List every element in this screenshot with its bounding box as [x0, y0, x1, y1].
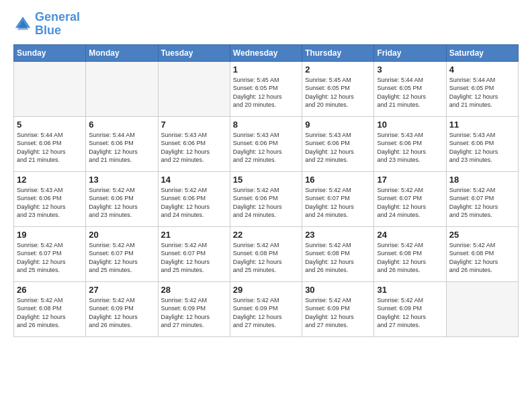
day-number: 11 — [449, 120, 515, 130]
logo-icon — [13, 15, 32, 34]
day-number: 29 — [233, 285, 299, 295]
calendar-cell: 30Sunrise: 5:42 AM Sunset: 6:09 PM Dayli… — [302, 281, 374, 336]
weekday-header-tuesday: Tuesday — [158, 44, 230, 61]
calendar-cell — [446, 281, 518, 336]
calendar-cell: 31Sunrise: 5:42 AM Sunset: 6:09 PM Dayli… — [374, 281, 446, 336]
day-number: 27 — [89, 285, 154, 295]
day-number: 4 — [449, 64, 515, 75]
day-info: Sunrise: 5:43 AM Sunset: 6:06 PM Dayligh… — [161, 131, 227, 165]
day-info: Sunrise: 5:44 AM Sunset: 6:06 PM Dayligh… — [89, 131, 154, 165]
day-info: Sunrise: 5:42 AM Sunset: 6:08 PM Dayligh… — [17, 296, 83, 330]
day-info: Sunrise: 5:42 AM Sunset: 6:07 PM Dayligh… — [449, 186, 515, 220]
week-row-0: 1Sunrise: 5:45 AM Sunset: 6:05 PM Daylig… — [14, 61, 519, 116]
calendar-cell: 25Sunrise: 5:42 AM Sunset: 6:08 PM Dayli… — [446, 226, 518, 281]
calendar-cell — [158, 61, 230, 116]
calendar-cell: 13Sunrise: 5:42 AM Sunset: 6:06 PM Dayli… — [86, 171, 158, 226]
calendar: SundayMondayTuesdayWednesdayThursdayFrid… — [13, 44, 519, 337]
day-info: Sunrise: 5:43 AM Sunset: 6:06 PM Dayligh… — [305, 131, 371, 165]
weekday-header-sunday: Sunday — [14, 44, 86, 61]
day-info: Sunrise: 5:42 AM Sunset: 6:08 PM Dayligh… — [449, 241, 515, 275]
calendar-cell: 24Sunrise: 5:42 AM Sunset: 6:08 PM Dayli… — [374, 226, 446, 281]
weekday-header-thursday: Thursday — [302, 44, 374, 61]
calendar-cell: 1Sunrise: 5:45 AM Sunset: 6:05 PM Daylig… — [230, 61, 302, 116]
weekday-header-row: SundayMondayTuesdayWednesdayThursdayFrid… — [14, 44, 519, 61]
calendar-cell: 9Sunrise: 5:43 AM Sunset: 6:06 PM Daylig… — [302, 116, 374, 171]
calendar-cell: 27Sunrise: 5:42 AM Sunset: 6:09 PM Dayli… — [86, 281, 158, 336]
calendar-cell: 5Sunrise: 5:44 AM Sunset: 6:06 PM Daylig… — [14, 116, 86, 171]
day-number: 8 — [233, 120, 299, 130]
calendar-cell: 17Sunrise: 5:42 AM Sunset: 6:07 PM Dayli… — [374, 171, 446, 226]
day-number: 24 — [377, 230, 443, 240]
day-info: Sunrise: 5:44 AM Sunset: 6:05 PM Dayligh… — [449, 76, 515, 109]
day-info: Sunrise: 5:44 AM Sunset: 6:05 PM Dayligh… — [377, 76, 443, 109]
day-number: 26 — [17, 285, 83, 295]
day-info: Sunrise: 5:42 AM Sunset: 6:06 PM Dayligh… — [89, 186, 154, 220]
logo-text: General Blue — [35, 11, 80, 38]
day-info: Sunrise: 5:43 AM Sunset: 6:06 PM Dayligh… — [377, 131, 443, 165]
calendar-cell: 11Sunrise: 5:43 AM Sunset: 6:06 PM Dayli… — [446, 116, 518, 171]
day-number: 21 — [161, 230, 227, 240]
calendar-cell: 18Sunrise: 5:42 AM Sunset: 6:07 PM Dayli… — [446, 171, 518, 226]
day-number: 3 — [377, 64, 443, 75]
calendar-cell: 29Sunrise: 5:42 AM Sunset: 6:09 PM Dayli… — [230, 281, 302, 336]
calendar-cell — [86, 61, 158, 116]
calendar-cell: 3Sunrise: 5:44 AM Sunset: 6:05 PM Daylig… — [374, 61, 446, 116]
day-info: Sunrise: 5:42 AM Sunset: 6:06 PM Dayligh… — [233, 186, 299, 220]
day-number: 12 — [17, 175, 83, 185]
day-info: Sunrise: 5:42 AM Sunset: 6:08 PM Dayligh… — [377, 241, 443, 275]
day-info: Sunrise: 5:42 AM Sunset: 6:09 PM Dayligh… — [305, 296, 371, 330]
day-info: Sunrise: 5:45 AM Sunset: 6:05 PM Dayligh… — [305, 76, 371, 109]
day-info: Sunrise: 5:42 AM Sunset: 6:07 PM Dayligh… — [377, 186, 443, 220]
calendar-cell: 22Sunrise: 5:42 AM Sunset: 6:08 PM Dayli… — [230, 226, 302, 281]
day-number: 17 — [377, 175, 443, 185]
day-number: 22 — [233, 230, 299, 240]
day-number: 9 — [305, 120, 371, 130]
day-info: Sunrise: 5:42 AM Sunset: 6:06 PM Dayligh… — [161, 186, 227, 220]
calendar-cell: 15Sunrise: 5:42 AM Sunset: 6:06 PM Dayli… — [230, 171, 302, 226]
day-number: 13 — [89, 175, 154, 185]
weekday-header-friday: Friday — [374, 44, 446, 61]
day-number: 10 — [377, 120, 443, 130]
day-number: 1 — [233, 64, 299, 75]
day-number: 19 — [17, 230, 83, 240]
day-info: Sunrise: 5:42 AM Sunset: 6:07 PM Dayligh… — [89, 241, 154, 275]
day-info: Sunrise: 5:43 AM Sunset: 6:06 PM Dayligh… — [449, 131, 515, 165]
day-info: Sunrise: 5:42 AM Sunset: 6:07 PM Dayligh… — [17, 241, 83, 275]
calendar-cell: 12Sunrise: 5:43 AM Sunset: 6:06 PM Dayli… — [14, 171, 86, 226]
calendar-cell: 6Sunrise: 5:44 AM Sunset: 6:06 PM Daylig… — [86, 116, 158, 171]
calendar-cell: 21Sunrise: 5:42 AM Sunset: 6:07 PM Dayli… — [158, 226, 230, 281]
day-number: 6 — [89, 120, 154, 130]
day-info: Sunrise: 5:42 AM Sunset: 6:09 PM Dayligh… — [89, 296, 154, 330]
day-info: Sunrise: 5:43 AM Sunset: 6:06 PM Dayligh… — [233, 131, 299, 165]
day-number: 28 — [161, 285, 227, 295]
weekday-header-wednesday: Wednesday — [230, 44, 302, 61]
day-number: 25 — [449, 230, 515, 240]
day-info: Sunrise: 5:42 AM Sunset: 6:07 PM Dayligh… — [305, 186, 371, 220]
calendar-cell: 26Sunrise: 5:42 AM Sunset: 6:08 PM Dayli… — [14, 281, 86, 336]
header: General Blue — [13, 11, 519, 38]
calendar-cell: 16Sunrise: 5:42 AM Sunset: 6:07 PM Dayli… — [302, 171, 374, 226]
week-row-1: 5Sunrise: 5:44 AM Sunset: 6:06 PM Daylig… — [14, 116, 519, 171]
day-number: 31 — [377, 285, 443, 295]
calendar-cell: 23Sunrise: 5:42 AM Sunset: 6:08 PM Dayli… — [302, 226, 374, 281]
day-info: Sunrise: 5:42 AM Sunset: 6:09 PM Dayligh… — [233, 296, 299, 330]
day-info: Sunrise: 5:42 AM Sunset: 6:08 PM Dayligh… — [305, 241, 371, 275]
day-number: 16 — [305, 175, 371, 185]
calendar-cell: 20Sunrise: 5:42 AM Sunset: 6:07 PM Dayli… — [86, 226, 158, 281]
day-info: Sunrise: 5:42 AM Sunset: 6:09 PM Dayligh… — [377, 296, 443, 330]
logo: General Blue — [13, 11, 80, 38]
calendar-cell: 7Sunrise: 5:43 AM Sunset: 6:06 PM Daylig… — [158, 116, 230, 171]
day-info: Sunrise: 5:45 AM Sunset: 6:05 PM Dayligh… — [233, 76, 299, 109]
calendar-cell: 8Sunrise: 5:43 AM Sunset: 6:06 PM Daylig… — [230, 116, 302, 171]
day-number: 5 — [17, 120, 83, 130]
day-number: 30 — [305, 285, 371, 295]
calendar-cell: 28Sunrise: 5:42 AM Sunset: 6:09 PM Dayli… — [158, 281, 230, 336]
day-info: Sunrise: 5:44 AM Sunset: 6:06 PM Dayligh… — [17, 131, 83, 165]
day-number: 20 — [89, 230, 154, 240]
day-number: 15 — [233, 175, 299, 185]
day-number: 18 — [449, 175, 515, 185]
day-number: 2 — [305, 64, 371, 75]
week-row-4: 26Sunrise: 5:42 AM Sunset: 6:08 PM Dayli… — [14, 281, 519, 336]
day-info: Sunrise: 5:42 AM Sunset: 6:09 PM Dayligh… — [161, 296, 227, 330]
day-info: Sunrise: 5:43 AM Sunset: 6:06 PM Dayligh… — [17, 186, 83, 220]
